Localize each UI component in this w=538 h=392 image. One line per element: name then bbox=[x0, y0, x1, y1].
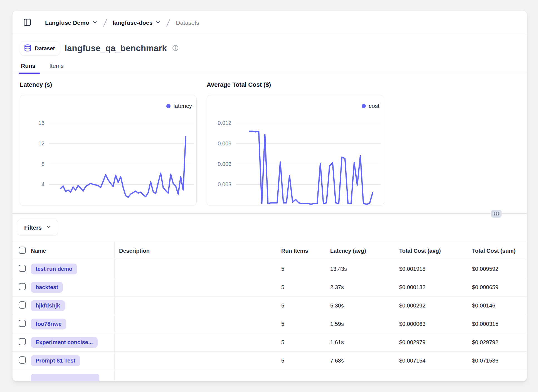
filters-button-label: Filters bbox=[24, 224, 42, 231]
cell-total-cost-sum: $0.071536 bbox=[468, 358, 527, 364]
cell-description bbox=[114, 260, 277, 278]
run-name-pill[interactable]: foo78riwe bbox=[31, 319, 66, 329]
filters-button[interactable]: Filters bbox=[17, 220, 58, 235]
cell-total-cost-avg: $0.001918 bbox=[395, 266, 468, 272]
cell-run-items: 5 bbox=[277, 266, 326, 272]
cell-description bbox=[114, 352, 277, 370]
cell-latency-avg: 7.68s bbox=[326, 358, 395, 364]
latency-chart-block: Latency (s) 481216 latency bbox=[20, 81, 197, 205]
cell-total-cost-sum: $0.00146 bbox=[468, 302, 527, 309]
dataset-badge-label: Dataset bbox=[35, 45, 55, 52]
latency-legend: latency bbox=[166, 103, 192, 109]
table-row: Experiment concise...51.61s$0.002979$0.0… bbox=[13, 333, 527, 352]
breadcrumb-project[interactable]: langfuse-docs bbox=[113, 19, 153, 26]
cell-description bbox=[114, 278, 277, 296]
cell-latency-avg: 2.37s bbox=[326, 284, 395, 291]
row-checkbox[interactable] bbox=[19, 320, 26, 327]
dataset-badge: Dataset bbox=[20, 41, 60, 56]
breadcrumb-org[interactable]: Langfuse Demo bbox=[45, 19, 89, 26]
table-header: Name Description Run Items Latency (avg)… bbox=[13, 241, 527, 260]
filters-row: Filters bbox=[13, 214, 527, 241]
table-row: backtest52.37s$0.000132$0.000659 bbox=[13, 278, 527, 297]
row-checkbox[interactable] bbox=[19, 338, 26, 345]
info-icon[interactable] bbox=[172, 44, 179, 53]
cell-total-cost-avg: $0.000292 bbox=[395, 302, 468, 309]
column-header-name[interactable]: Name bbox=[31, 248, 114, 254]
cell-description bbox=[114, 315, 277, 333]
select-all-checkbox[interactable] bbox=[19, 247, 26, 254]
cell-total-cost-avg: $0.002979 bbox=[395, 339, 468, 346]
svg-text:8: 8 bbox=[41, 161, 45, 167]
cell-latency-avg: 1.59s bbox=[326, 321, 395, 327]
chevron-down-icon bbox=[46, 224, 52, 231]
main-card: Langfuse Demo langfuse-docs Datasets Da bbox=[12, 10, 527, 381]
cost-legend: cost bbox=[362, 103, 379, 109]
table-row: hjkfdshjk55.30s$0.000292$0.00146 bbox=[13, 297, 527, 315]
breadcrumb: Langfuse Demo langfuse-docs Datasets bbox=[13, 11, 527, 35]
cell-description bbox=[114, 297, 277, 315]
tab-bar: Runs Items bbox=[13, 61, 527, 73]
charts-section: Latency (s) 481216 latency Average Total… bbox=[13, 73, 527, 214]
run-name-pill[interactable] bbox=[31, 374, 99, 381]
run-name-pill[interactable]: test run demo bbox=[31, 264, 77, 274]
run-name-pill[interactable]: hjkfdshjk bbox=[31, 300, 65, 311]
sidebar-toggle-button[interactable] bbox=[21, 17, 33, 29]
cell-latency-avg: 13.43s bbox=[326, 266, 395, 272]
svg-text:16: 16 bbox=[38, 120, 45, 126]
column-header-total-cost-avg[interactable]: Total Cost (avg) bbox=[395, 248, 468, 254]
database-icon bbox=[24, 44, 31, 53]
chevron-down-icon[interactable] bbox=[92, 19, 98, 26]
cell-latency-avg: 5.30s bbox=[326, 302, 395, 309]
column-header-total-cost-sum[interactable]: Total Cost (sum) bbox=[468, 248, 527, 254]
cell-latency-avg: 1.61s bbox=[326, 339, 395, 346]
cell-total-cost-sum: $0.009592 bbox=[468, 266, 527, 272]
row-checkbox[interactable] bbox=[19, 283, 26, 290]
latency-chart-title: Latency (s) bbox=[20, 81, 197, 88]
run-name-pill[interactable]: backtest bbox=[31, 282, 63, 293]
table-row: foo78riwe51.59s$0.000063$0.000315 bbox=[13, 315, 527, 333]
table-body: test run demo513.43s$0.001918$0.009592ba… bbox=[13, 260, 527, 381]
tab-items[interactable]: Items bbox=[48, 63, 65, 73]
svg-text:0.006: 0.006 bbox=[218, 161, 231, 167]
dataset-header: Dataset langfuse_qa_benchmark bbox=[13, 35, 527, 56]
tab-runs[interactable]: Runs bbox=[20, 63, 37, 73]
table-row: test run demo513.43s$0.001918$0.009592 bbox=[13, 260, 527, 278]
cost-chart-card: 0.0030.0060.0090.012 cost bbox=[207, 95, 384, 205]
cell-run-items: 5 bbox=[277, 358, 326, 364]
column-header-latency-avg[interactable]: Latency (avg) bbox=[326, 248, 395, 254]
legend-dot-icon bbox=[166, 104, 171, 108]
latency-chart: 481216 bbox=[20, 95, 196, 205]
row-checkbox[interactable] bbox=[19, 356, 26, 364]
page-title: langfuse_qa_benchmark bbox=[65, 43, 167, 53]
cell-run-items: 5 bbox=[277, 339, 326, 346]
row-checkbox[interactable] bbox=[19, 265, 26, 272]
grid-dots-icon bbox=[494, 212, 499, 215]
layout-drag-handle-button[interactable] bbox=[491, 210, 502, 218]
column-header-description[interactable]: Description bbox=[114, 241, 277, 260]
legend-dot-icon bbox=[362, 104, 366, 108]
row-checkbox[interactable] bbox=[19, 301, 26, 309]
runs-table: Name Description Run Items Latency (avg)… bbox=[13, 241, 527, 381]
cost-chart-title: Average Total Cost ($) bbox=[207, 81, 384, 88]
run-name-pill[interactable]: Experiment concise... bbox=[31, 337, 98, 348]
legend-label: latency bbox=[173, 103, 192, 109]
cell-total-cost-sum: $0.000659 bbox=[468, 284, 527, 291]
cell-run-items: 5 bbox=[277, 321, 326, 327]
svg-text:12: 12 bbox=[38, 140, 45, 147]
panel-left-icon bbox=[23, 18, 31, 28]
cell-total-cost-avg: $0.000132 bbox=[395, 284, 468, 291]
svg-text:0.003: 0.003 bbox=[218, 181, 231, 187]
table-row-partial bbox=[13, 370, 527, 381]
svg-text:4: 4 bbox=[41, 181, 45, 187]
chevron-down-icon[interactable] bbox=[155, 19, 161, 26]
cell-description bbox=[114, 333, 277, 351]
column-header-run-items[interactable]: Run Items bbox=[277, 248, 326, 254]
svg-text:0.012: 0.012 bbox=[218, 120, 231, 126]
cell-run-items: 5 bbox=[277, 302, 326, 309]
cell-description bbox=[114, 370, 277, 381]
cell-total-cost-avg: $0.000063 bbox=[395, 321, 468, 327]
run-name-pill[interactable]: Prompt 81 Test bbox=[31, 355, 80, 366]
svg-text:0.009: 0.009 bbox=[218, 140, 231, 147]
legend-label: cost bbox=[369, 103, 379, 109]
breadcrumb-section[interactable]: Datasets bbox=[176, 19, 199, 26]
